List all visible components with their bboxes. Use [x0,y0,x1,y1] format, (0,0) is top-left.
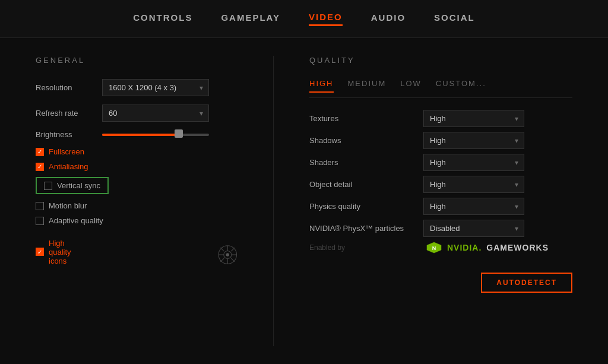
nvidia-text: NVIDIA. [447,243,482,252]
shadows-select[interactable]: HighMediumLow [423,132,524,149]
nav-video[interactable]: VIDEO [309,12,343,26]
adaptive-quality-checkbox[interactable] [36,217,44,225]
enabled-by-label: Enabled by [309,243,416,252]
shaders-select-wrapper: HighMediumLow [423,154,524,171]
quality-title: QUALITY [309,56,572,65]
tab-high[interactable]: HIGH [309,79,334,93]
gameworks-text: GAMEWORKS [486,243,549,252]
refresh-rate-label: Refresh rate [36,109,95,118]
physics-quality-select-wrapper: HighMediumLow [423,198,524,215]
refresh-rate-select[interactable]: 60 75 120 144 [102,105,209,122]
textures-row: Textures HighMediumLow [309,110,572,127]
shadows-label: Shadows [309,136,416,145]
resolution-select-wrapper: 1600 X 1200 (4 x 3) 1920 X 1080 (16 x 9)… [102,79,209,96]
antialiasing-row[interactable]: Antialiasing [36,162,238,171]
fullscreen-checkbox[interactable] [36,148,44,156]
fullscreen-row[interactable]: Fullscreen [36,147,238,156]
refresh-select-wrapper: 60 75 120 144 [102,105,209,122]
textures-select[interactable]: HighMediumLow [423,110,524,127]
nav-gameplay[interactable]: GAMEPLAY [221,12,280,25]
nav-audio[interactable]: AUDIO [371,12,406,25]
high-quality-icons-label: High quality icons [49,239,75,265]
physics-quality-label: Physics quality [309,202,416,211]
resolution-row: Resolution 1600 X 1200 (4 x 3) 1920 X 10… [36,79,238,96]
panel-divider [273,56,274,346]
shadows-select-wrapper: HighMediumLow [423,132,524,149]
quality-tabs: HIGH MEDIUM LOW CUSTOM... [309,79,572,98]
nvidia-gameworks-logo: N NVIDIA. GAMEWORKS [426,242,549,254]
svg-line-6 [221,248,224,251]
main-content: GENERAL Resolution 1600 X 1200 (4 x 3) 1… [0,38,608,364]
nav-social[interactable]: SOCIAL [434,12,475,25]
resolution-label: Resolution [36,83,95,92]
nvidia-physx-row: NVIDIA® PhysX™ particles DisabledEnabled [309,220,572,237]
antialiasing-label: Antialiasing [49,162,88,171]
enabled-by-row: Enabled by N NVIDIA. GAMEWORKS [309,242,572,254]
motion-blur-label: Motion blur [49,201,87,210]
textures-select-wrapper: HighMediumLow [423,110,524,127]
high-quality-icons-checkbox[interactable] [36,248,44,256]
shaders-label: Shaders [309,158,416,167]
object-detail-select-wrapper: HighMediumLow [423,176,524,193]
svg-point-10 [226,253,229,256]
svg-text:N: N [432,245,436,251]
svg-line-9 [221,258,224,262]
vertical-sync-row[interactable]: Vertical sync [44,181,100,190]
nvidia-physx-select[interactable]: DisabledEnabled [423,220,524,237]
adaptive-quality-label: Adaptive quality [49,216,103,225]
slider-thumb[interactable] [175,129,183,138]
physics-quality-row: Physics quality HighMediumLow [309,198,572,215]
svg-line-7 [232,258,235,262]
physics-quality-select[interactable]: HighMediumLow [423,198,524,215]
brightness-label: Brightness [36,130,95,139]
slider-fill [102,134,177,136]
top-nav: CONTROLS GAMEPLAY VIDEO AUDIO SOCIAL [0,0,608,38]
nvidia-physx-label: NVIDIA® PhysX™ particles [309,224,416,233]
nvidia-physx-select-wrapper: DisabledEnabled [423,220,524,237]
motion-blur-checkbox[interactable] [36,202,44,210]
refresh-rate-row: Refresh rate 60 75 120 144 [36,105,238,122]
motion-blur-row[interactable]: Motion blur [36,201,238,210]
high-quality-icons-row[interactable]: High quality icons [36,239,75,265]
object-detail-label: Object detail [309,180,416,189]
bottom-row: High quality icons [36,231,238,273]
shaders-select[interactable]: HighMediumLow [423,154,524,171]
vertical-sync-checkbox[interactable] [44,182,52,190]
brightness-row: Brightness [36,130,238,139]
wheel-icon [218,237,238,273]
resolution-select[interactable]: 1600 X 1200 (4 x 3) 1920 X 1080 (16 x 9)… [102,79,209,96]
object-detail-select[interactable]: HighMediumLow [423,176,524,193]
adaptive-quality-row[interactable]: Adaptive quality [36,216,238,225]
general-title: GENERAL [36,56,238,65]
shaders-row: Shaders HighMediumLow [309,154,572,171]
antialiasing-checkbox[interactable] [36,163,44,171]
left-panel: GENERAL Resolution 1600 X 1200 (4 x 3) 1… [36,56,238,346]
fullscreen-label: Fullscreen [49,147,84,156]
brightness-slider[interactable] [102,132,209,137]
tab-medium[interactable]: MEDIUM [348,79,387,93]
tab-custom[interactable]: CUSTOM... [436,79,486,93]
autodetect-container: AUTODETECT [309,263,572,293]
autodetect-button[interactable]: AUTODETECT [481,273,572,293]
shadows-row: Shadows HighMediumLow [309,132,572,149]
textures-label: Textures [309,114,416,123]
object-detail-row: Object detail HighMediumLow [309,176,572,193]
slider-track [102,134,209,136]
nvidia-shield-icon: N [426,242,442,254]
nav-controls[interactable]: CONTROLS [133,12,192,25]
right-panel: QUALITY HIGH MEDIUM LOW CUSTOM... Textur… [309,56,572,346]
vertical-sync-label: Vertical sync [57,181,100,190]
tab-low[interactable]: LOW [400,79,422,93]
svg-line-8 [232,248,235,251]
vertical-sync-highlighted[interactable]: Vertical sync [36,177,109,194]
